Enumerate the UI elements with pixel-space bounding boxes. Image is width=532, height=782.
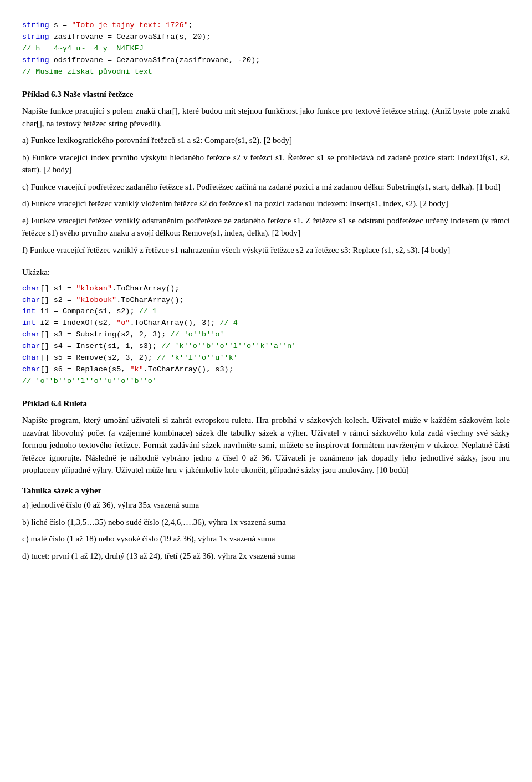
- ukazka2-code: char[] s1 = "klokan".ToCharArray(); char…: [22, 283, 510, 387]
- priklad63-para6: e) Funkce vracející řetězec vzniklý odst…: [22, 214, 510, 239]
- ukazka2-section: Ukázka: char[] s1 = "klokan".ToCharArray…: [22, 266, 510, 387]
- page-content: string s = "Toto je tajny text: 1726"; s…: [22, 20, 510, 562]
- priklad63-heading: Příklad 6.3 Naše vlastní řetězce: [22, 88, 510, 101]
- priklad63-para2: a) Funkce lexikografického porovnání řet…: [22, 134, 510, 147]
- priklad64-section: Příklad 6.4 Ruleta Napište program, kter…: [22, 397, 510, 563]
- ukazka1-section: string s = "Toto je tajny text: 1726"; s…: [22, 20, 510, 78]
- ukazka1-code: string s = "Toto je tajny text: 1726"; s…: [22, 20, 510, 78]
- table-label: Tabulka sázek a výher: [22, 484, 510, 497]
- priklad63-para4: c) Funkce vracející podřetězec zadaného …: [22, 181, 510, 193]
- table-item-d: d) tucet: první (1 až 12), druhý (13 až …: [22, 550, 510, 563]
- table-item-c: c) malé číslo (1 až 18) nebo vysoké čísl…: [22, 533, 510, 545]
- priklad63-para7: f) Funkce vracející řetězec vzniklý z ře…: [22, 244, 510, 257]
- priklad64-heading: Příklad 6.4 Ruleta: [22, 397, 510, 410]
- priklad63-section: Příklad 6.3 Naše vlastní řetězce Napište…: [22, 88, 510, 257]
- priklad64-heading-text: Příklad 6.4 Ruleta: [22, 399, 87, 408]
- priklad64-para1: Napište program, který umožní uživateli …: [22, 414, 510, 477]
- priklad63-heading-text: Příklad 6.3 Naše vlastní řetězce: [22, 90, 133, 99]
- table-item-a: a) jednotlivé číslo (0 až 36), výhra 35x…: [22, 499, 510, 512]
- priklad63-para1: Napište funkce pracující s polem znaků c…: [22, 105, 510, 130]
- priklad63-para5: d) Funkce vracející řetězec vzniklý vlož…: [22, 197, 510, 210]
- table-item-b: b) liché číslo (1,3,5…35) nebo sudé čísl…: [22, 516, 510, 529]
- priklad63-para3: b) Funkce vracející index prvního výskyt…: [22, 151, 510, 176]
- ukazka2-label: Ukázka:: [22, 266, 510, 279]
